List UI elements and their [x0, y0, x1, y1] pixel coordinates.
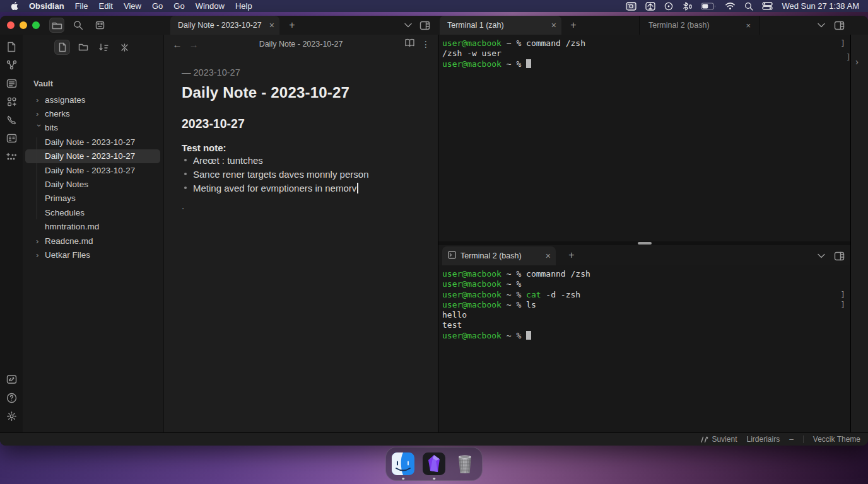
menu-edit[interactable]: Edit	[99, 1, 113, 11]
vault-switcher-ribbon-icon[interactable]	[6, 374, 17, 385]
menu-file[interactable]: File	[75, 1, 88, 11]
terminal2-tab[interactable]: Terminal 2 (bash) ×	[442, 246, 556, 265]
note-frontmatter: — 2023-10-27	[182, 67, 425, 78]
flashcards-icon[interactable]	[6, 132, 17, 144]
terminal-split-panel-icon[interactable]	[833, 19, 845, 32]
terminal-block-cursor	[526, 59, 531, 68]
folder-tab-icon[interactable]	[75, 40, 91, 55]
terminal2-top-tab[interactable]: Terminal 2 (bash) ×	[639, 16, 760, 35]
tab-list-chevron-icon[interactable]	[402, 19, 414, 32]
terminal1-tab[interactable]: Terminal 1 (zah) ×	[440, 16, 561, 35]
collapsed-right-sidebar[interactable]: ] ›	[850, 35, 868, 432]
terminal2-new-tab-button[interactable]: +	[565, 248, 578, 262]
new-tab-button[interactable]: +	[285, 18, 299, 32]
terminal-column: user@macbook ~ % command /zsh]/zsh -w us…	[438, 35, 850, 432]
info-circle-icon[interactable]	[664, 2, 673, 11]
collapse-all-icon[interactable]	[117, 40, 132, 55]
file-tree: ›assignates›cherks›bitsDaily Note - 2023…	[23, 93, 164, 262]
toggle-right-sidebar-icon[interactable]	[418, 19, 431, 32]
note-title: Daily Note - 2023-10-27	[182, 84, 425, 101]
status-stat2[interactable]: Lirderiairs	[746, 435, 780, 444]
vault-switcher-button[interactable]	[92, 18, 107, 33]
new-note-icon[interactable]	[6, 41, 17, 52]
battery-icon[interactable]	[701, 3, 716, 10]
canvas-icon[interactable]	[6, 78, 17, 89]
note-editor-pane: ← → Daily Note - 2023-10-27 ⋮ — 2023-10-…	[164, 35, 438, 432]
files-tab-icon[interactable]	[54, 40, 70, 55]
terminal2-pane[interactable]: user@macbook ~ % commannd /zshuser@macbo…	[438, 265, 850, 432]
tree-item-label: Daily Note - 2023-10-27	[45, 166, 135, 175]
chevron-right-icon[interactable]: ›	[36, 95, 45, 105]
menu-go-2[interactable]: Go	[173, 1, 184, 11]
terminal1-tab-close-icon[interactable]: ×	[546, 20, 556, 30]
menu-obsidian[interactable]: Obsidian	[29, 1, 64, 11]
pane-drag-handle[interactable]	[638, 242, 652, 245]
note-content[interactable]: — 2023-10-27 Daily Note - 2023-10-27 202…	[164, 54, 438, 211]
note-bullets: Areœt : tuntchesSance rener targets dave…	[182, 153, 425, 195]
menu-go[interactable]: Go	[152, 1, 163, 11]
menubar-clock[interactable]: Wed Sun 27 1:38 AM	[782, 1, 859, 11]
tree-item-primays[interactable]: Primays	[25, 192, 160, 205]
wrap-mark: ]	[840, 38, 845, 49]
chevron-right-icon[interactable]: ›	[36, 250, 45, 260]
dock-obsidian-icon[interactable]	[422, 452, 446, 476]
minimize-window-button[interactable]	[20, 21, 27, 29]
terminal-line: user@macbook ~ %	[442, 59, 847, 69]
chevron-right-icon[interactable]: ›	[36, 109, 45, 118]
tree-item-readcne-md[interactable]: ›Readcne.md	[25, 234, 160, 248]
tree-item-cherks[interactable]: ›cherks	[25, 107, 160, 120]
vault-title[interactable]: Vault	[33, 79, 53, 88]
menu-window[interactable]: Window	[196, 1, 225, 11]
dock-trash-icon[interactable]	[453, 452, 477, 476]
terminal2-tab-close-icon[interactable]: ×	[546, 251, 551, 261]
dock-finder-icon[interactable]	[391, 452, 415, 476]
search-button[interactable]	[71, 18, 86, 33]
control-center-icon[interactable]	[762, 2, 773, 10]
command-palette-icon[interactable]	[6, 151, 17, 162]
tree-item-bits[interactable]: ›bits	[25, 121, 160, 135]
bluetooth-icon[interactable]	[682, 2, 692, 11]
shapes-icon[interactable]	[6, 96, 17, 107]
note-tab-close-icon[interactable]: ×	[264, 20, 274, 30]
bullet-item: Sance rener targets daves monnly person	[182, 167, 425, 181]
tree-item-daily-note-2023-10-27[interactable]: Daily Note - 2023-10-27	[25, 163, 160, 177]
airplane-icon[interactable]	[645, 2, 655, 11]
tree-item-daily-note-2023-10-27[interactable]: Daily Note - 2023-10-27	[25, 149, 160, 163]
phone-icon[interactable]	[6, 114, 17, 125]
tree-item-hmntration-md[interactable]: hmntration.md	[25, 220, 160, 234]
terminal2-top-tab-close-icon[interactable]: ×	[746, 21, 751, 30]
tree-item-uetkar-files[interactable]: ›Uetkar Files	[25, 248, 160, 262]
settings-gear-icon[interactable]	[6, 410, 17, 422]
note-tab[interactable]: Daily Note - 2023-10-27 ×	[170, 16, 279, 35]
menu-help[interactable]: Help	[235, 1, 252, 11]
terminal-block-cursor	[526, 331, 531, 340]
status-theme[interactable]: Veccik Theme	[813, 435, 860, 444]
chevron-right-icon[interactable]: ›	[36, 236, 45, 246]
finder-running-dot	[402, 478, 404, 480]
menu-view[interactable]: View	[124, 1, 141, 11]
zoom-window-button[interactable]	[32, 21, 40, 29]
terminal2-split-panel-icon[interactable]	[833, 250, 845, 262]
apple-menu-icon[interactable]	[10, 1, 18, 11]
terminal2-tab-list-chevron-icon[interactable]	[815, 250, 828, 262]
help-icon[interactable]	[6, 392, 17, 403]
terminal-new-tab-button[interactable]: +	[566, 18, 580, 32]
search-icon[interactable]	[744, 2, 753, 11]
expand-right-chevron-icon[interactable]: ›	[855, 56, 859, 67]
toggle-left-sidebar-button[interactable]	[49, 18, 64, 33]
tree-item-daily-note-2023-10-27[interactable]: Daily Note - 2023-10-27	[25, 135, 160, 149]
terminal1-pane[interactable]: user@macbook ~ % command /zsh]/zsh -w us…	[438, 35, 850, 222]
tree-item-daily-notes[interactable]: Daily Notes	[25, 177, 160, 191]
tree-item-schedules[interactable]: Schedules	[25, 205, 160, 219]
terminal-tab-list-chevron-icon[interactable]	[815, 19, 828, 32]
status-stat1[interactable]: Suvient	[700, 435, 737, 444]
statusbar: Suvient Lirderiairs – Veccik Theme	[0, 432, 868, 446]
close-window-button[interactable]	[7, 21, 15, 29]
screenshot-icon[interactable]	[626, 2, 636, 11]
wifi-icon[interactable]	[725, 2, 736, 10]
chevron-down-icon[interactable]: ›	[35, 124, 44, 133]
terminal-line: test	[442, 320, 847, 330]
graph-view-icon[interactable]	[6, 59, 17, 71]
sort-tab-icon[interactable]	[96, 40, 112, 55]
tree-item-assignates[interactable]: ›assignates	[25, 93, 160, 107]
